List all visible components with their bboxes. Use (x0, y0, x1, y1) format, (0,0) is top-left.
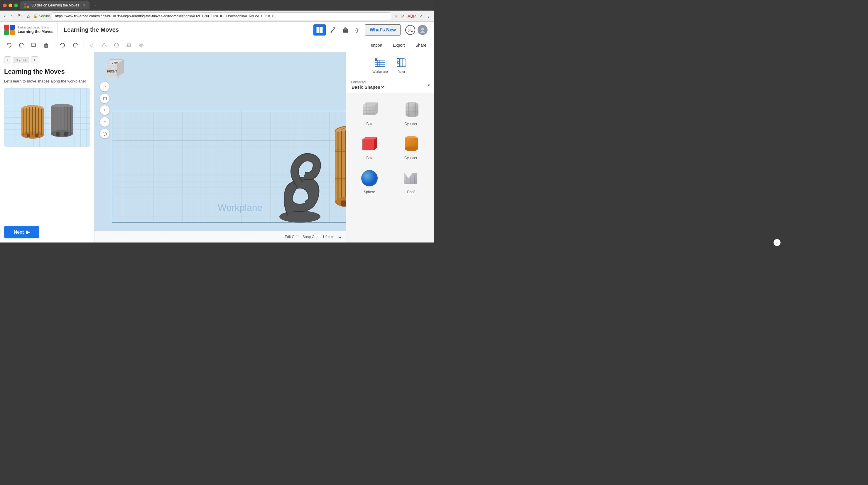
add-user-icon (408, 27, 413, 33)
undo-icon (59, 42, 66, 49)
reload-button[interactable]: ↻ (16, 12, 24, 20)
breadcrumb-sub: Learning the Moves (18, 29, 53, 34)
svg-rect-7 (320, 30, 322, 33)
code-icon: {} (355, 27, 362, 33)
home-button[interactable]: ⌂ (25, 12, 32, 20)
svg-rect-4 (317, 27, 319, 30)
zoom-out-button[interactable]: − (100, 117, 110, 127)
snap-grid-increase[interactable]: ▲ (338, 235, 342, 239)
viewport-grid-svg: Workplane (94, 52, 346, 243)
shape-button[interactable] (99, 40, 110, 50)
import-button[interactable]: Import (367, 41, 386, 49)
preview-svg (12, 91, 83, 144)
lock-icon: 🔒 (33, 14, 37, 18)
shape-box-wireframe[interactable]: Box (350, 97, 389, 128)
undo-button[interactable] (57, 40, 68, 51)
edit-grid-label[interactable]: Edit Grid (285, 235, 299, 239)
user-area (401, 25, 432, 35)
redo-icon (72, 42, 79, 49)
adblock-icon[interactable]: ABP (406, 13, 417, 19)
workplane-icon (374, 56, 386, 69)
svg-rect-20 (32, 43, 35, 47)
back-button[interactable]: ‹ (2, 12, 7, 20)
shape-sphere-solid[interactable]: Sphere (350, 165, 389, 196)
svg-rect-96 (375, 58, 377, 61)
mirror-button[interactable] (135, 40, 147, 50)
workplane-tool[interactable]: Workplane (372, 56, 388, 73)
home-view-button[interactable]: ⌂ (100, 82, 110, 92)
share-button[interactable]: Share (411, 41, 431, 49)
ruler-tool[interactable]: Ruler (395, 56, 408, 73)
next-button[interactable]: Next ▶ (4, 226, 39, 238)
shape-roof[interactable]: Roof (392, 165, 431, 196)
header-tools: {} What's New (311, 24, 434, 35)
new-tab-button[interactable]: + (92, 2, 99, 8)
fit-view-button[interactable]: ⊡ (100, 93, 110, 103)
code-button[interactable]: {} (352, 24, 365, 35)
svg-rect-3 (27, 6, 29, 8)
viewport-area[interactable]: Workplane (94, 52, 346, 243)
light-button[interactable] (86, 40, 97, 50)
whats-new-button[interactable]: What's New (365, 24, 401, 35)
delete-button[interactable] (40, 40, 52, 50)
rotate-ccw-button[interactable] (16, 40, 27, 50)
secure-label: Secure (39, 14, 50, 18)
extension-icon[interactable]: ✓ (418, 13, 424, 19)
lesson-prev-button[interactable]: ‹ (4, 56, 11, 63)
export-button[interactable]: Export (389, 41, 409, 49)
duplicate-button[interactable] (28, 40, 39, 50)
svg-point-128 (361, 170, 378, 186)
svg-point-13 (409, 28, 411, 30)
duplicate-icon (31, 42, 37, 48)
nav-icons: ☆ P ABP ✓ ⋮ (393, 13, 432, 19)
traffic-lights (3, 3, 18, 7)
learn-button[interactable] (326, 24, 339, 35)
rotate-ccw-icon (19, 42, 24, 48)
pinterest-icon[interactable]: P (400, 13, 405, 19)
align-button[interactable] (123, 40, 134, 50)
shape-box-wireframe-label: Box (366, 122, 372, 126)
shape-cylinder-solid-label: Cylinder (404, 156, 417, 160)
shape-cylinder-solid[interactable]: Cylinder (392, 131, 431, 162)
close-button[interactable] (3, 3, 7, 7)
browser-tab[interactable]: 3D design Learning the Moves ✕ (20, 1, 90, 9)
blocks-icon (342, 27, 349, 33)
grid-view-button[interactable] (313, 24, 326, 35)
tab-close-icon[interactable]: ✕ (83, 3, 85, 7)
lesson-counter[interactable]: 1 / 3 ▾ (13, 57, 29, 63)
shapes-category-select[interactable]: Basic Shapes (350, 84, 385, 90)
workplane-tool-label: Workplane (372, 70, 388, 73)
svg-text:{}: {} (355, 28, 358, 33)
svg-rect-8 (333, 27, 335, 29)
minimize-button[interactable] (8, 3, 12, 7)
more-icon[interactable]: ⋮ (425, 13, 432, 19)
lesson-next-button[interactable]: › (31, 56, 38, 63)
view-cube[interactable]: TOP FRONT (103, 56, 127, 80)
snap-grid-value: 1.0 mm (322, 235, 334, 239)
url-bar[interactable] (52, 12, 391, 20)
add-user-button[interactable] (405, 25, 415, 35)
breadcrumb-main: Tinkercad Basic Skills (18, 26, 53, 29)
gallery-button[interactable] (339, 24, 351, 35)
svg-point-28 (91, 44, 93, 47)
logo-area: Tinkercad Basic Skills Learning the Move… (0, 22, 58, 38)
svg-marker-122 (363, 140, 374, 150)
shape-box-solid[interactable]: Box (350, 131, 389, 162)
main-layout: ‹ 1 / 3 ▾ › Learning the Moves Let's lea… (0, 52, 434, 243)
tab-favicon (24, 3, 29, 8)
shape-icon (101, 42, 107, 48)
view-controls: ⌂ ⊡ + − ⬡ (100, 82, 110, 139)
redo-button[interactable] (69, 40, 81, 51)
next-arrow-icon: ▶ (26, 229, 30, 235)
svg-point-127 (405, 147, 418, 151)
circle-button[interactable] (111, 40, 122, 50)
zoom-in-button[interactable]: + (100, 105, 110, 115)
bookmark-icon[interactable]: ☆ (393, 13, 399, 19)
shape-cylinder-wireframe[interactable]: Cylinder (392, 97, 431, 128)
maximize-button[interactable] (14, 3, 18, 7)
perspective-button[interactable]: ⬡ (100, 129, 110, 139)
forward-button[interactable]: › (9, 12, 14, 20)
shape-roof-label: Roof (407, 190, 415, 194)
shapes-dropdown-icon[interactable]: ▾ (428, 83, 430, 88)
rotate-cw-button[interactable] (3, 40, 15, 50)
